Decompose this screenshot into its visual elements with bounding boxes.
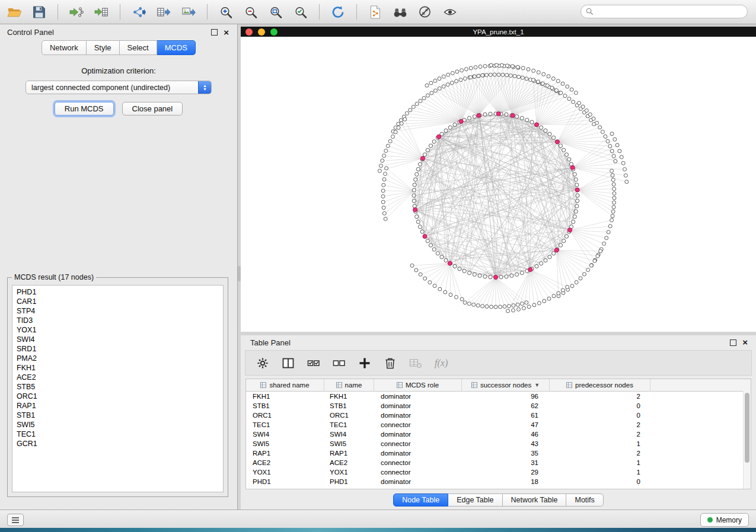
- network-node[interactable]: [576, 194, 579, 197]
- network-dominator-node[interactable]: [556, 140, 560, 144]
- network-leaf-node[interactable]: [578, 101, 581, 105]
- network-leaf-node[interactable]: [521, 302, 524, 306]
- network-node[interactable]: [483, 113, 487, 116]
- table-row[interactable]: RAP1RAP1dominator352: [246, 448, 751, 458]
- network-node[interactable]: [540, 126, 543, 129]
- network-leaf-node[interactable]: [412, 105, 415, 108]
- network-leaf-node[interactable]: [463, 301, 467, 305]
- network-node[interactable]: [436, 252, 439, 255]
- network-leaf-node[interactable]: [614, 159, 617, 163]
- network-leaf-node[interactable]: [618, 149, 621, 153]
- network-leaf-node[interactable]: [481, 73, 484, 77]
- network-leaf-node[interactable]: [479, 65, 482, 69]
- column-header-successor-nodes[interactable]: successor nodes▼: [462, 379, 550, 391]
- deselect-all-icon[interactable]: [331, 355, 347, 371]
- export-network-icon[interactable]: [129, 3, 148, 21]
- network-leaf-node[interactable]: [546, 84, 549, 88]
- network-leaf-node[interactable]: [581, 105, 585, 108]
- network-leaf-node[interactable]: [391, 135, 395, 139]
- network-node[interactable]: [559, 243, 562, 247]
- network-leaf-node[interactable]: [613, 187, 616, 191]
- network-leaf-node[interactable]: [489, 73, 492, 76]
- tab-select[interactable]: Select: [120, 40, 157, 55]
- network-node[interactable]: [448, 126, 452, 129]
- network-node[interactable]: [573, 215, 576, 219]
- zoom-fit-icon[interactable]: [266, 3, 285, 21]
- network-leaf-node[interactable]: [446, 83, 449, 86]
- network-node[interactable]: [453, 264, 457, 268]
- network-leaf-node[interactable]: [434, 89, 438, 92]
- float-table-panel-icon[interactable]: [730, 339, 736, 346]
- mcds-result-item[interactable]: SRD1: [17, 344, 223, 354]
- network-leaf-node[interactable]: [586, 268, 590, 272]
- network-leaf-node[interactable]: [579, 277, 582, 280]
- network-node[interactable]: [515, 273, 519, 276]
- network-leaf-node[interactable]: [612, 155, 615, 158]
- column-header-name[interactable]: name: [324, 379, 374, 391]
- network-node[interactable]: [432, 140, 436, 143]
- network-leaf-node[interactable]: [472, 303, 476, 306]
- network-leaf-node[interactable]: [521, 66, 525, 70]
- network-leaf-node[interactable]: [494, 305, 497, 309]
- network-leaf-node[interactable]: [615, 143, 619, 147]
- network-node[interactable]: [414, 178, 417, 181]
- network-leaf-node[interactable]: [423, 277, 427, 280]
- table-tab-node-table[interactable]: Node Table: [393, 493, 448, 507]
- import-table-icon[interactable]: [92, 3, 111, 21]
- network-leaf-node[interactable]: [602, 242, 606, 245]
- network-leaf-node[interactable]: [613, 201, 616, 204]
- run-mcds-button[interactable]: Run MCDS: [55, 102, 114, 116]
- network-node[interactable]: [418, 162, 422, 166]
- network-leaf-node[interactable]: [561, 289, 564, 292]
- network-node[interactable]: [489, 112, 492, 116]
- network-leaf-node[interactable]: [551, 77, 555, 81]
- table-tab-network-table[interactable]: Network Table: [503, 493, 567, 507]
- network-leaf-node[interactable]: [601, 130, 604, 134]
- network-leaf-node[interactable]: [444, 290, 447, 294]
- mcds-result-item[interactable]: TEC1: [17, 430, 223, 439]
- network-node[interactable]: [562, 239, 566, 243]
- network-leaf-node[interactable]: [599, 249, 602, 253]
- network-node[interactable]: [453, 123, 457, 126]
- network-leaf-node[interactable]: [556, 79, 560, 83]
- network-node[interactable]: [548, 132, 551, 136]
- network-leaf-node[interactable]: [381, 159, 384, 162]
- network-leaf-node[interactable]: [415, 102, 419, 105]
- network-node[interactable]: [544, 258, 547, 262]
- columns-icon[interactable]: [280, 355, 296, 371]
- mcds-result-item[interactable]: CAR1: [17, 297, 223, 306]
- network-leaf-node[interactable]: [405, 111, 409, 115]
- network-leaf-node[interactable]: [608, 145, 612, 148]
- network-leaf-node[interactable]: [620, 155, 623, 159]
- network-node[interactable]: [520, 271, 524, 275]
- network-leaf-node[interactable]: [547, 75, 550, 78]
- network-dominator-node[interactable]: [511, 114, 515, 118]
- tab-style[interactable]: Style: [87, 40, 120, 55]
- network-node[interactable]: [483, 275, 487, 278]
- network-leaf-node[interactable]: [381, 200, 385, 204]
- search-input[interactable]: [596, 7, 747, 17]
- network-leaf-node[interactable]: [595, 121, 599, 125]
- network-leaf-node[interactable]: [516, 303, 519, 306]
- network-node[interactable]: [416, 220, 420, 223]
- table-scrollbar[interactable]: [743, 391, 751, 489]
- network-leaf-node[interactable]: [610, 132, 614, 136]
- mcds-result-item[interactable]: YOX1: [17, 325, 223, 335]
- mcds-result-item[interactable]: ACE2: [17, 373, 223, 382]
- network-node[interactable]: [505, 113, 508, 116]
- network-leaf-node[interactable]: [583, 273, 586, 276]
- table-tab-edge-table[interactable]: Edge Table: [448, 493, 502, 507]
- network-leaf-node[interactable]: [397, 126, 400, 130]
- network-node[interactable]: [444, 129, 448, 132]
- network-leaf-node[interactable]: [613, 192, 616, 196]
- network-node[interactable]: [426, 148, 429, 152]
- network-node[interactable]: [473, 273, 476, 276]
- network-leaf-node[interactable]: [438, 77, 441, 81]
- network-leaf-node[interactable]: [513, 75, 516, 78]
- network-node[interactable]: [548, 255, 551, 259]
- network-node[interactable]: [429, 144, 432, 148]
- network-leaf-node[interactable]: [505, 64, 509, 68]
- network-node[interactable]: [575, 183, 579, 187]
- network-node[interactable]: [473, 115, 476, 118]
- column-header-MCDS-role[interactable]: MCDS role: [374, 379, 462, 391]
